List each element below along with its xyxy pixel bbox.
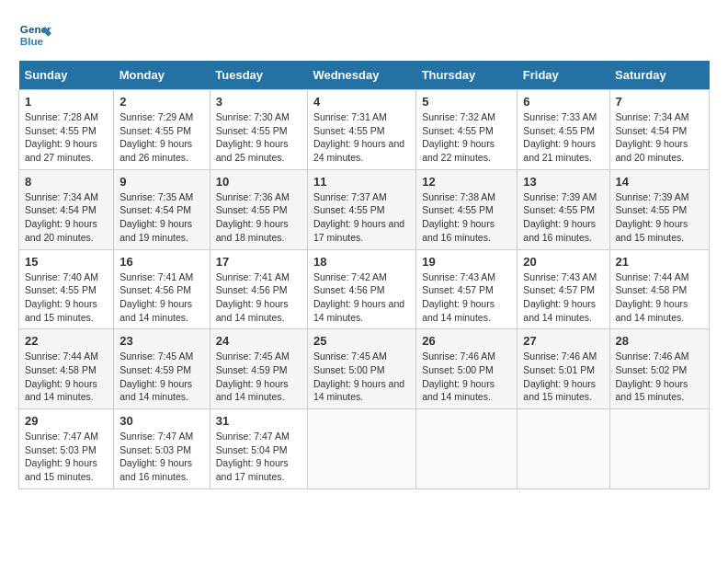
day-number: 6 xyxy=(523,95,603,109)
calendar-week-row: 29 Sunrise: 7:47 AMSunset: 5:03 PMDaylig… xyxy=(19,409,710,489)
cell-info: Sunrise: 7:47 AMSunset: 5:03 PMDaylight:… xyxy=(25,430,108,484)
day-number: 16 xyxy=(119,255,204,269)
day-number: 28 xyxy=(616,334,704,348)
calendar-day-cell: 28 Sunrise: 7:46 AMSunset: 5:02 PMDaylig… xyxy=(609,329,710,409)
calendar-day-cell: 11 Sunrise: 7:37 AMSunset: 4:55 PMDaylig… xyxy=(307,169,415,249)
day-number: 26 xyxy=(422,334,511,348)
cell-info: Sunrise: 7:46 AMSunset: 5:01 PMDaylight:… xyxy=(523,350,603,404)
calendar-day-cell: 14 Sunrise: 7:39 AMSunset: 4:55 PMDaylig… xyxy=(609,169,710,249)
calendar-day-cell: 29 Sunrise: 7:47 AMSunset: 5:03 PMDaylig… xyxy=(19,409,114,489)
cell-info: Sunrise: 7:30 AMSunset: 4:55 PMDaylight:… xyxy=(216,110,301,165)
weekday-header-cell: Wednesday xyxy=(307,61,415,90)
weekday-header-cell: Thursday xyxy=(416,61,518,90)
calendar-day-cell: 8 Sunrise: 7:34 AMSunset: 4:54 PMDayligh… xyxy=(19,169,114,249)
day-number: 15 xyxy=(25,255,108,269)
day-number: 20 xyxy=(523,255,603,269)
header: General Blue xyxy=(18,18,710,52)
cell-info: Sunrise: 7:47 AMSunset: 5:03 PMDaylight:… xyxy=(119,430,204,484)
cell-info: Sunrise: 7:41 AMSunset: 4:56 PMDaylight:… xyxy=(216,270,301,325)
calendar-week-row: 8 Sunrise: 7:34 AMSunset: 4:54 PMDayligh… xyxy=(19,169,710,249)
day-number: 12 xyxy=(422,175,511,189)
calendar-day-cell: 10 Sunrise: 7:36 AMSunset: 4:55 PMDaylig… xyxy=(210,169,307,249)
calendar-week-row: 1 Sunrise: 7:28 AMSunset: 4:55 PMDayligh… xyxy=(19,90,710,170)
day-number: 2 xyxy=(119,95,204,109)
cell-info: Sunrise: 7:47 AMSunset: 5:04 PMDaylight:… xyxy=(216,430,301,484)
calendar-day-cell: 1 Sunrise: 7:28 AMSunset: 4:55 PMDayligh… xyxy=(19,90,114,170)
cell-info: Sunrise: 7:46 AMSunset: 5:00 PMDaylight:… xyxy=(422,350,511,404)
calendar-day-cell: 31 Sunrise: 7:47 AMSunset: 5:04 PMDaylig… xyxy=(210,409,307,489)
day-number: 5 xyxy=(422,95,511,109)
cell-info: Sunrise: 7:29 AMSunset: 4:55 PMDaylight:… xyxy=(119,110,204,165)
cell-info: Sunrise: 7:36 AMSunset: 4:55 PMDaylight:… xyxy=(216,190,301,245)
cell-info: Sunrise: 7:43 AMSunset: 4:57 PMDaylight:… xyxy=(523,270,603,325)
day-number: 17 xyxy=(216,255,301,269)
calendar-day-cell: 6 Sunrise: 7:33 AMSunset: 4:55 PMDayligh… xyxy=(518,90,609,170)
day-number: 24 xyxy=(216,334,301,348)
cell-info: Sunrise: 7:44 AMSunset: 4:58 PMDaylight:… xyxy=(616,270,704,325)
calendar-day-cell: 27 Sunrise: 7:46 AMSunset: 5:01 PMDaylig… xyxy=(518,329,609,409)
cell-info: Sunrise: 7:32 AMSunset: 4:55 PMDaylight:… xyxy=(422,110,511,165)
day-number: 4 xyxy=(313,95,410,109)
cell-info: Sunrise: 7:38 AMSunset: 4:55 PMDaylight:… xyxy=(422,190,511,245)
day-number: 23 xyxy=(119,334,204,348)
cell-info: Sunrise: 7:31 AMSunset: 4:55 PMDaylight:… xyxy=(313,110,410,165)
calendar-day-cell xyxy=(416,409,518,489)
cell-info: Sunrise: 7:46 AMSunset: 5:02 PMDaylight:… xyxy=(616,350,704,404)
calendar-day-cell: 12 Sunrise: 7:38 AMSunset: 4:55 PMDaylig… xyxy=(416,169,518,249)
calendar-day-cell: 24 Sunrise: 7:45 AMSunset: 4:59 PMDaylig… xyxy=(210,329,307,409)
calendar-day-cell: 3 Sunrise: 7:30 AMSunset: 4:55 PMDayligh… xyxy=(210,90,307,170)
calendar-day-cell: 5 Sunrise: 7:32 AMSunset: 4:55 PMDayligh… xyxy=(416,90,518,170)
calendar-day-cell: 23 Sunrise: 7:45 AMSunset: 4:59 PMDaylig… xyxy=(114,329,210,409)
cell-info: Sunrise: 7:39 AMSunset: 4:55 PMDaylight:… xyxy=(523,190,603,245)
day-number: 13 xyxy=(523,175,603,189)
cell-info: Sunrise: 7:45 AMSunset: 4:59 PMDaylight:… xyxy=(119,350,204,404)
day-number: 22 xyxy=(25,334,108,348)
calendar-day-cell: 20 Sunrise: 7:43 AMSunset: 4:57 PMDaylig… xyxy=(518,249,609,329)
day-number: 27 xyxy=(523,334,603,348)
cell-info: Sunrise: 7:45 AMSunset: 4:59 PMDaylight:… xyxy=(216,350,301,404)
svg-text:Blue: Blue xyxy=(20,35,44,47)
day-number: 10 xyxy=(216,175,301,189)
day-number: 18 xyxy=(313,255,410,269)
calendar-day-cell xyxy=(518,409,609,489)
weekday-header-row: SundayMondayTuesdayWednesdayThursdayFrid… xyxy=(19,61,710,90)
day-number: 21 xyxy=(616,255,704,269)
calendar-day-cell: 2 Sunrise: 7:29 AMSunset: 4:55 PMDayligh… xyxy=(114,90,210,170)
calendar-day-cell xyxy=(307,409,415,489)
day-number: 19 xyxy=(422,255,511,269)
day-number: 8 xyxy=(25,175,108,189)
calendar-day-cell: 22 Sunrise: 7:44 AMSunset: 4:58 PMDaylig… xyxy=(19,329,114,409)
cell-info: Sunrise: 7:42 AMSunset: 4:56 PMDaylight:… xyxy=(313,270,410,325)
cell-info: Sunrise: 7:37 AMSunset: 4:55 PMDaylight:… xyxy=(313,190,410,245)
calendar-body: 1 Sunrise: 7:28 AMSunset: 4:55 PMDayligh… xyxy=(19,90,710,489)
calendar-day-cell: 19 Sunrise: 7:43 AMSunset: 4:57 PMDaylig… xyxy=(416,249,518,329)
calendar-day-cell: 15 Sunrise: 7:40 AMSunset: 4:55 PMDaylig… xyxy=(19,249,114,329)
weekday-header-cell: Saturday xyxy=(609,61,710,90)
day-number: 9 xyxy=(119,175,204,189)
calendar-table: SundayMondayTuesdayWednesdayThursdayFrid… xyxy=(18,61,710,489)
day-number: 3 xyxy=(216,95,301,109)
calendar-week-row: 22 Sunrise: 7:44 AMSunset: 4:58 PMDaylig… xyxy=(19,329,710,409)
weekday-header-cell: Sunday xyxy=(19,61,114,90)
calendar-day-cell: 9 Sunrise: 7:35 AMSunset: 4:54 PMDayligh… xyxy=(114,169,210,249)
calendar-day-cell: 16 Sunrise: 7:41 AMSunset: 4:56 PMDaylig… xyxy=(114,249,210,329)
weekday-header-cell: Friday xyxy=(518,61,609,90)
calendar-day-cell: 21 Sunrise: 7:44 AMSunset: 4:58 PMDaylig… xyxy=(609,249,710,329)
calendar-week-row: 15 Sunrise: 7:40 AMSunset: 4:55 PMDaylig… xyxy=(19,249,710,329)
day-number: 1 xyxy=(25,95,108,109)
day-number: 11 xyxy=(313,175,410,189)
cell-info: Sunrise: 7:39 AMSunset: 4:55 PMDaylight:… xyxy=(616,190,704,245)
calendar-day-cell: 7 Sunrise: 7:34 AMSunset: 4:54 PMDayligh… xyxy=(609,90,710,170)
calendar-day-cell: 17 Sunrise: 7:41 AMSunset: 4:56 PMDaylig… xyxy=(210,249,307,329)
weekday-header-cell: Tuesday xyxy=(210,61,307,90)
cell-info: Sunrise: 7:35 AMSunset: 4:54 PMDaylight:… xyxy=(119,190,204,245)
calendar-day-cell xyxy=(609,409,710,489)
day-number: 14 xyxy=(616,175,704,189)
logo: General Blue xyxy=(18,18,51,52)
calendar-day-cell: 18 Sunrise: 7:42 AMSunset: 4:56 PMDaylig… xyxy=(307,249,415,329)
day-number: 30 xyxy=(119,414,204,428)
day-number: 29 xyxy=(25,414,108,428)
calendar-day-cell: 26 Sunrise: 7:46 AMSunset: 5:00 PMDaylig… xyxy=(416,329,518,409)
cell-info: Sunrise: 7:40 AMSunset: 4:55 PMDaylight:… xyxy=(25,270,108,325)
cell-info: Sunrise: 7:34 AMSunset: 4:54 PMDaylight:… xyxy=(616,110,704,165)
